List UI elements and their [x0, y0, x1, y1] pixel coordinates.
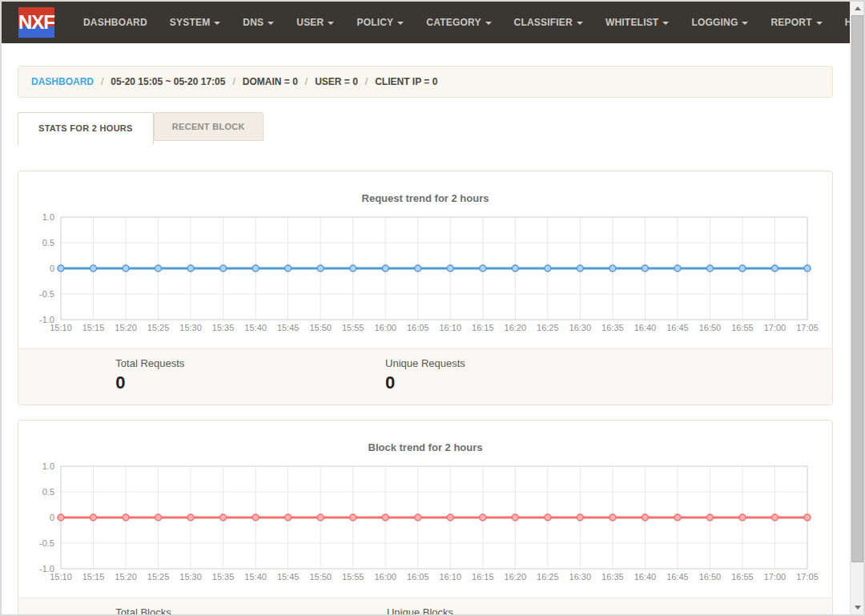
block-trend-chart: 1.00.50-0.5-1.015:1015:1515:2015:2515:30…	[18, 460, 832, 582]
svg-text:15:15: 15:15	[82, 323, 105, 332]
svg-text:17:05: 17:05	[796, 323, 819, 332]
breadcrumb-separator: /	[232, 76, 235, 87]
scroll-down-arrow-icon[interactable]	[851, 601, 864, 614]
svg-text:15:55: 15:55	[342, 572, 364, 582]
breadcrumb-item: DOMAIN = 0	[243, 76, 298, 87]
svg-text:0: 0	[50, 264, 54, 273]
svg-text:15:30: 15:30	[179, 323, 202, 332]
svg-text:16:10: 16:10	[439, 572, 461, 582]
svg-text:-0.5: -0.5	[39, 538, 54, 548]
svg-text:1.0: 1.0	[42, 212, 54, 222]
tab-stats-for-2-hours[interactable]: STATS FOR 2 HOURS	[18, 112, 154, 145]
svg-text:16:50: 16:50	[699, 323, 722, 332]
svg-text:16:55: 16:55	[731, 323, 754, 332]
svg-text:1.0: 1.0	[42, 461, 54, 471]
breadcrumb-separator: /	[101, 76, 103, 87]
menu-item-report[interactable]: REPORT	[759, 2, 833, 43]
breadcrumb-separator: /	[365, 76, 368, 87]
request-stats-footer: Total Requests 0 Unique Requests 0	[18, 348, 832, 405]
breadcrumb-separator: /	[305, 76, 308, 87]
breadcrumb: DASHBOARD/05-20 15:05 ~ 05-20 17:05/DOMA…	[18, 66, 833, 98]
spacer-stat	[561, 357, 832, 393]
svg-text:15:45: 15:45	[277, 572, 300, 582]
tab-recent-block[interactable]: RECENT BLOCK	[154, 112, 264, 141]
svg-text:15:20: 15:20	[115, 323, 137, 332]
unique-blocks-stat: Unique Blocks	[290, 606, 561, 614]
logo-text: NXF	[18, 11, 54, 34]
caret-down-icon	[214, 22, 220, 25]
svg-text:15:40: 15:40	[244, 323, 267, 332]
svg-text:16:45: 16:45	[666, 572, 689, 582]
svg-text:15:25: 15:25	[147, 323, 170, 332]
main-menu: DASHBOARDSYSTEMDNSUSERPOLICYCATEGORYCLAS…	[72, 2, 850, 43]
svg-text:16:05: 16:05	[407, 572, 429, 582]
svg-text:16:30: 16:30	[569, 572, 592, 582]
menu-item-dashboard[interactable]: DASHBOARD	[72, 2, 159, 43]
caret-down-icon	[397, 22, 404, 25]
menu-item-category[interactable]: CATEGORY	[415, 2, 502, 43]
caret-down-icon	[485, 22, 492, 25]
svg-text:17:05: 17:05	[796, 572, 819, 582]
svg-text:16:40: 16:40	[634, 323, 657, 332]
caret-down-icon	[577, 22, 583, 25]
menu-item-label: LOGGING	[691, 17, 738, 28]
unique-requests-label: Unique Requests	[385, 357, 465, 369]
block-chart-title: Block trend for 2 hours	[18, 441, 832, 453]
request-trend-panel: Request trend for 2 hours 1.00.50-0.5-1.…	[18, 171, 833, 405]
app-logo[interactable]: NXF	[18, 7, 54, 38]
menu-item-label: CATEGORY	[426, 17, 481, 28]
menu-item-logging[interactable]: LOGGING	[680, 2, 759, 43]
svg-text:15:15: 15:15	[82, 572, 105, 582]
svg-text:15:10: 15:10	[50, 323, 72, 332]
svg-text:17:00: 17:00	[764, 572, 787, 582]
scroll-up-arrow-icon[interactable]	[851, 2, 864, 15]
svg-text:15:35: 15:35	[212, 323, 235, 332]
total-blocks-label: Total Blocks	[115, 606, 192, 614]
menu-item-whitelist[interactable]: WHITELIST	[594, 2, 680, 43]
svg-text:15:40: 15:40	[244, 572, 267, 582]
block-stats-footer: Total Blocks Unique Blocks	[18, 598, 832, 614]
svg-text:16:35: 16:35	[601, 323, 624, 332]
svg-text:0.5: 0.5	[42, 238, 54, 248]
spacer-stat	[561, 606, 832, 614]
svg-text:16:20: 16:20	[505, 323, 527, 332]
menu-item-user[interactable]: USER	[285, 2, 345, 43]
scrollbar-thumb[interactable]	[851, 15, 863, 562]
vertical-scrollbar[interactable]	[850, 2, 863, 614]
unique-requests-stat: Unique Requests 0	[290, 357, 561, 393]
svg-text:17:00: 17:00	[764, 323, 787, 332]
menu-item-help[interactable]: HELP	[834, 2, 850, 43]
browser-window: NXF DASHBOARDSYSTEMDNSUSERPOLICYCATEGORY…	[0, 0, 865, 616]
svg-text:16:35: 16:35	[601, 572, 624, 582]
svg-text:16:45: 16:45	[666, 323, 689, 332]
svg-text:16:55: 16:55	[731, 572, 754, 582]
menu-item-classifier[interactable]: CLASSIFIER	[503, 2, 594, 43]
request-chart-title: Request trend for 2 hours	[18, 192, 832, 204]
total-blocks-stat: Total Blocks	[18, 606, 290, 614]
svg-text:15:50: 15:50	[309, 323, 332, 332]
svg-text:0.5: 0.5	[42, 487, 54, 497]
unique-blocks-label: Unique Blocks	[387, 606, 464, 614]
menu-item-system[interactable]: SYSTEM	[159, 2, 232, 43]
svg-text:16:20: 16:20	[505, 572, 527, 582]
caret-down-icon	[816, 22, 823, 25]
svg-text:-0.5: -0.5	[39, 289, 54, 299]
breadcrumb-dashboard-link[interactable]: DASHBOARD	[31, 76, 94, 87]
page-content: NXF DASHBOARDSYSTEMDNSUSERPOLICYCATEGORY…	[2, 2, 850, 614]
caret-down-icon	[742, 22, 748, 25]
total-requests-label: Total Requests	[115, 357, 192, 369]
menu-item-label: DNS	[243, 17, 264, 28]
breadcrumb-item: 05-20 15:05 ~ 05-20 17:05	[111, 76, 225, 87]
svg-text:15:35: 15:35	[212, 572, 235, 582]
svg-text:16:25: 16:25	[537, 572, 559, 582]
menu-item-label: WHITELIST	[606, 17, 658, 28]
menu-item-label: POLICY	[356, 17, 393, 28]
menu-item-dns[interactable]: DNS	[231, 2, 285, 43]
caret-down-icon	[328, 22, 334, 25]
svg-text:16:15: 16:15	[472, 323, 494, 332]
svg-text:16:15: 16:15	[472, 572, 494, 582]
menu-item-label: USER	[296, 17, 324, 28]
menu-item-policy[interactable]: POLICY	[345, 2, 415, 43]
svg-text:16:00: 16:00	[374, 572, 396, 582]
block-trend-panel: Block trend for 2 hours 1.00.50-0.5-1.01…	[18, 420, 833, 614]
